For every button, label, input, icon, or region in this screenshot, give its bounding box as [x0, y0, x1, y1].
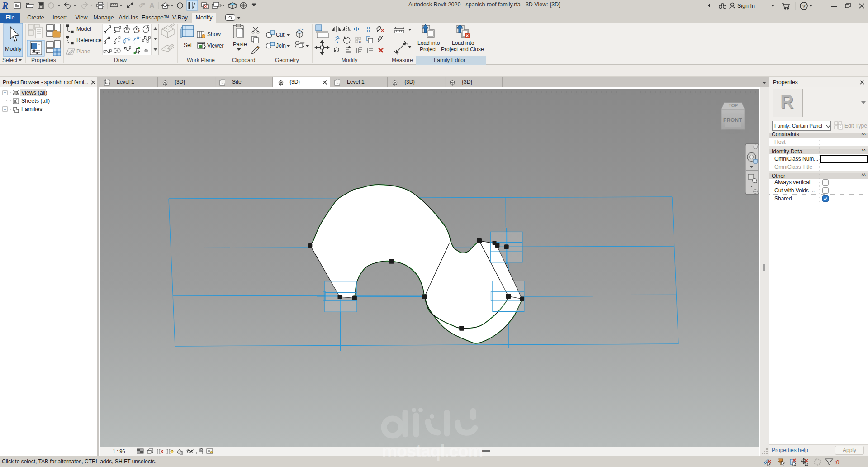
- svg-text:Set: Set: [184, 42, 192, 48]
- svg-text:Model: Model: [76, 26, 91, 32]
- svg-text:Reference: Reference: [76, 37, 102, 43]
- svg-text:Load into: Load into: [452, 40, 474, 46]
- svg-text:Geometry: Geometry: [275, 57, 299, 63]
- svg-text:?: ?: [802, 4, 806, 9]
- svg-text:Modify: Modify: [5, 46, 22, 52]
- svg-text:Project: Project: [420, 46, 437, 52]
- svg-text:Family Editor: Family Editor: [434, 57, 465, 63]
- svg-text:Sheets (all): Sheets (all): [21, 98, 50, 104]
- svg-text:Cut: Cut: [276, 32, 285, 38]
- svg-text:1: 1: [141, 4, 142, 7]
- svg-text:Properties: Properties: [31, 57, 56, 63]
- svg-text:Draw: Draw: [114, 57, 127, 63]
- svg-text:Families: Families: [21, 106, 43, 112]
- svg-text:Measure: Measure: [392, 57, 413, 63]
- svg-text:Plane: Plane: [76, 48, 90, 55]
- svg-text::0: :0: [835, 459, 839, 466]
- svg-text:Paste: Paste: [233, 41, 247, 48]
- svg-text:FRONT: FRONT: [723, 117, 742, 123]
- svg-text:TOP: TOP: [729, 103, 738, 108]
- svg-text:Viewer: Viewer: [207, 43, 223, 49]
- svg-text:Join: Join: [276, 43, 286, 49]
- svg-text:Load into: Load into: [417, 40, 440, 46]
- svg-text:Modify: Modify: [342, 57, 357, 63]
- svg-text:Project and Close: Project and Close: [441, 46, 484, 52]
- svg-text:Clipboard: Clipboard: [232, 57, 255, 63]
- svg-text:R: R: [2, 0, 8, 10]
- svg-text:Views (all): Views (all): [21, 90, 47, 96]
- svg-text:P: P: [359, 40, 361, 44]
- svg-text:Select: Select: [2, 57, 18, 63]
- svg-text:Work Plane: Work Plane: [187, 57, 215, 63]
- svg-text:Sign In: Sign In: [737, 3, 755, 9]
- svg-text:Show: Show: [207, 31, 221, 38]
- svg-text:A: A: [149, 2, 155, 10]
